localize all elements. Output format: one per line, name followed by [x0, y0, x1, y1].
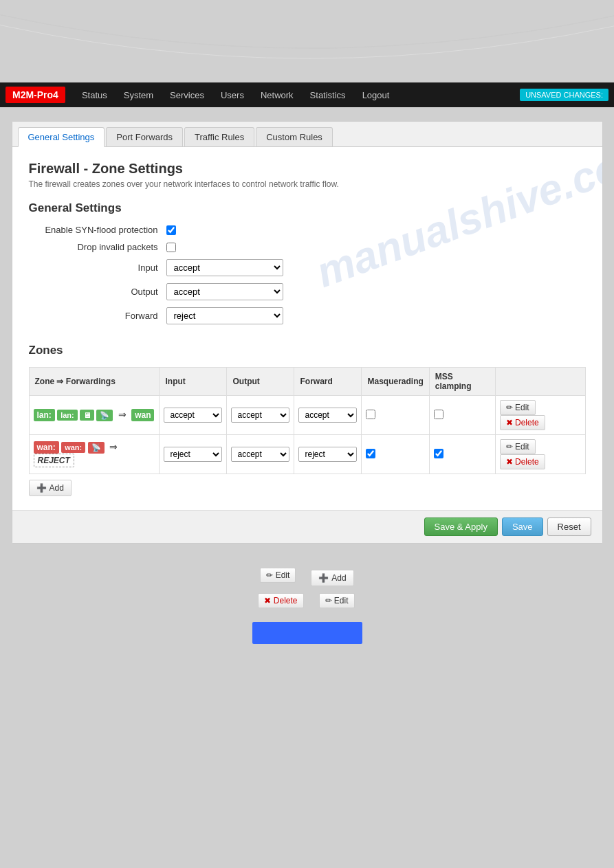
- forward-select[interactable]: accept reject drop: [166, 307, 283, 324]
- navbar: M2M-Pro4 Status System Services Users Ne…: [0, 82, 614, 107]
- input-row: Input accept reject drop: [29, 259, 586, 276]
- syn-flood-label: Enable SYN-flood protection: [43, 225, 166, 235]
- edit-wan-button[interactable]: ✏ Edit: [500, 439, 536, 454]
- edit-lan-button[interactable]: ✏ Edit: [500, 400, 536, 415]
- zone-forward-lan-cell: accept reject drop: [294, 396, 362, 435]
- zone-output-wan-cell: accept reject drop: [227, 435, 294, 474]
- zone-arrow-lan: ⇒: [118, 409, 127, 420]
- zone-tag-wan2: 📡: [88, 442, 105, 454]
- zone-tag-lan3: 📡: [96, 410, 113, 421]
- col-forward: Forward: [294, 368, 362, 396]
- nav-logout[interactable]: Logout: [354, 85, 398, 106]
- add-label: Add: [50, 483, 64, 493]
- zone-tag-wan1: wan:: [61, 442, 85, 453]
- zone-arrow-wan: ⇒: [109, 441, 118, 452]
- tab-port-forwards[interactable]: Port Forwards: [106, 127, 183, 146]
- zone-mss-lan[interactable]: [434, 410, 443, 419]
- col-mss-clamping: MSS clamping: [429, 368, 495, 396]
- zone-mss-lan-cell: [429, 396, 495, 435]
- zone-tag-lan2: 🖥: [80, 410, 94, 421]
- delete-wan-button[interactable]: ✖ Delete: [500, 454, 545, 469]
- zones-heading: Zones: [29, 344, 586, 357]
- zone-output-wan[interactable]: accept reject drop: [231, 447, 289, 462]
- tab-custom-rules[interactable]: Custom Rules: [256, 127, 333, 146]
- save-apply-button[interactable]: Save & Apply: [424, 518, 498, 536]
- zone-forward-lan[interactable]: accept reject drop: [298, 408, 357, 423]
- bottom-add-button[interactable]: ➕ Add: [311, 570, 353, 586]
- output-row: Output accept reject drop: [29, 283, 586, 300]
- col-actions: [495, 368, 585, 396]
- zone-row-wan: wan: wan: 📡 ⇒ REJECT reject accept drop: [29, 435, 585, 474]
- page-title: Firewall - Zone Settings: [29, 161, 586, 177]
- syn-flood-checkbox[interactable]: [166, 225, 176, 235]
- bottom-delete-button[interactable]: ✖ Delete: [258, 593, 303, 608]
- zone-actions-lan: ✏ Edit ✖ Delete: [495, 396, 585, 435]
- nav-menu: Status System Services Users Network Sta…: [74, 85, 397, 106]
- nav-statistics[interactable]: Statistics: [302, 85, 354, 106]
- general-settings-heading: General Settings: [29, 201, 586, 215]
- zone-input-wan[interactable]: reject accept drop: [164, 447, 222, 462]
- bottom-elements: ✏ Edit ➕ Add ✖ Delete ✏ Edit: [12, 564, 603, 644]
- nav-services[interactable]: Services: [162, 85, 212, 106]
- syn-flood-row: Enable SYN-flood protection: [29, 225, 586, 235]
- nav-status[interactable]: Status: [74, 85, 116, 106]
- zones-section: Zones Zone ⇒ Forwardings Input Output Fo…: [29, 344, 586, 496]
- forward-label: Forward: [43, 311, 166, 321]
- tab-general-settings[interactable]: General Settings: [18, 127, 105, 147]
- main-panel: General Settings Port Forwards Traffic R…: [12, 121, 603, 544]
- col-input: Input: [160, 368, 227, 396]
- drop-invalid-checkbox[interactable]: [166, 243, 176, 252]
- brand-logo: M2M-Pro4: [6, 87, 65, 103]
- zone-masq-lan-cell: [362, 396, 429, 435]
- zone-forward-wan[interactable]: reject accept drop: [298, 447, 357, 462]
- zone-badge-wan: wan:: [34, 441, 59, 454]
- output-select[interactable]: accept reject drop: [166, 283, 283, 300]
- zones-table: Zone ⇒ Forwardings Input Output Forward …: [29, 367, 586, 474]
- bottom-row-1: ✏ Edit ➕ Add: [260, 564, 353, 586]
- zone-mss-wan-cell: [429, 435, 495, 474]
- zone-input-wan-cell: reject accept drop: [160, 435, 227, 474]
- zone-masq-lan[interactable]: [366, 410, 375, 419]
- nav-system[interactable]: System: [116, 85, 162, 106]
- tab-traffic-rules[interactable]: Traffic Rules: [184, 127, 254, 146]
- drop-invalid-row: Drop invalid packets: [29, 242, 586, 252]
- zone-cell-wan: wan: wan: 📡 ⇒ REJECT: [29, 435, 160, 474]
- zone-masq-wan[interactable]: [366, 449, 375, 458]
- output-label: Output: [43, 287, 166, 297]
- zone-actions-wan: ✏ Edit ✖ Delete: [495, 435, 585, 474]
- zone-output-lan[interactable]: accept reject drop: [231, 408, 289, 423]
- save-button[interactable]: Save: [502, 518, 543, 536]
- unsaved-changes-badge: UNSAVED CHANGES:: [520, 89, 608, 101]
- col-masquerading: Masquerading: [362, 368, 429, 396]
- zone-tag-lan1: lan:: [57, 410, 78, 421]
- bottom-row-2: ✖ Delete ✏ Edit: [258, 593, 355, 608]
- blue-bar: [252, 622, 362, 644]
- tab-bar: General Settings Port Forwards Traffic R…: [12, 122, 602, 147]
- nav-users[interactable]: Users: [212, 85, 252, 106]
- forward-row: Forward accept reject drop: [29, 307, 586, 324]
- bottom-edit-button-2[interactable]: ✏ Edit: [319, 593, 355, 608]
- zone-mss-wan[interactable]: [434, 449, 443, 458]
- delete-lan-button[interactable]: ✖ Delete: [500, 415, 545, 430]
- zone-badge-lan: lan:: [34, 409, 55, 421]
- zone-masq-wan-cell: [362, 435, 429, 474]
- footer-bar: Save & Apply Save Reset: [12, 510, 602, 543]
- col-zone-forwardings: Zone ⇒ Forwardings: [29, 368, 160, 396]
- zone-forward-wan-cell: reject accept drop: [294, 435, 362, 474]
- page-subtitle: The firewall creates zones over your net…: [29, 179, 586, 189]
- zone-input-lan[interactable]: accept reject drop: [164, 408, 222, 423]
- add-zone-button[interactable]: ➕ Add: [29, 480, 72, 496]
- zone-target-wan: wan: [131, 409, 154, 421]
- bottom-edit-button-1[interactable]: ✏ Edit: [260, 568, 296, 583]
- input-label: Input: [43, 263, 166, 273]
- add-icon: ➕: [36, 483, 47, 493]
- drop-invalid-label: Drop invalid packets: [43, 242, 166, 252]
- reset-button[interactable]: Reset: [547, 518, 591, 536]
- zone-output-lan-cell: accept reject drop: [227, 396, 294, 435]
- nav-network[interactable]: Network: [252, 85, 302, 106]
- zone-cell-lan: lan: lan: 🖥 📡 ⇒ wan: [29, 396, 160, 435]
- input-select[interactable]: accept reject drop: [166, 259, 283, 276]
- page-content: manualshive.com Firewall - Zone Settings…: [12, 147, 602, 510]
- col-output: Output: [227, 368, 294, 396]
- zone-input-lan-cell: accept reject drop: [160, 396, 227, 435]
